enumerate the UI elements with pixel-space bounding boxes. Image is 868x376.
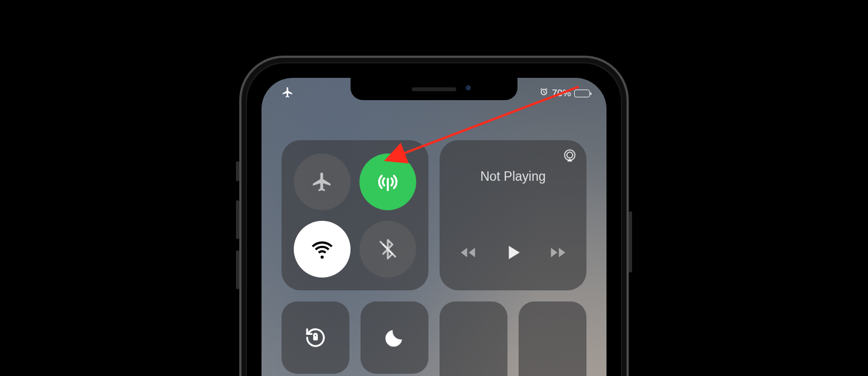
cellular-toggle[interactable] [359, 154, 416, 210]
battery-icon [574, 90, 590, 97]
earpiece-speaker [412, 87, 456, 91]
volume-up-button [236, 200, 239, 239]
phone-mockup: 70% [239, 56, 629, 376]
do-not-disturb-tile[interactable] [361, 301, 428, 374]
control-center: Not Playing [282, 140, 586, 376]
front-camera [465, 85, 473, 93]
phone-frame: 70% [239, 56, 629, 376]
screen: 70% [262, 78, 606, 376]
alarm-icon [539, 87, 549, 100]
airplane-icon [282, 86, 294, 101]
svg-point-2 [567, 152, 573, 159]
brightness-slider-tile[interactable] [440, 301, 507, 376]
notch [351, 78, 517, 100]
play-button[interactable] [503, 243, 523, 265]
volume-down-button [236, 250, 239, 289]
bluetooth-toggle[interactable] [359, 221, 416, 278]
airplay-icon[interactable] [562, 148, 578, 166]
volume-slider-tile[interactable] [519, 301, 586, 376]
media-title: Not Playing [480, 169, 546, 184]
airplane-mode-toggle[interactable] [294, 154, 351, 210]
media-panel[interactable]: Not Playing [440, 140, 586, 290]
wifi-toggle[interactable] [294, 221, 351, 278]
mute-switch [236, 161, 239, 181]
next-track-button[interactable] [549, 243, 568, 264]
tile-row [282, 301, 586, 376]
power-button [629, 211, 632, 273]
orientation-lock-tile[interactable] [282, 301, 349, 374]
previous-track-button[interactable] [458, 243, 477, 264]
battery-percent-label: 70% [552, 88, 571, 99]
connectivity-panel[interactable] [282, 140, 428, 290]
